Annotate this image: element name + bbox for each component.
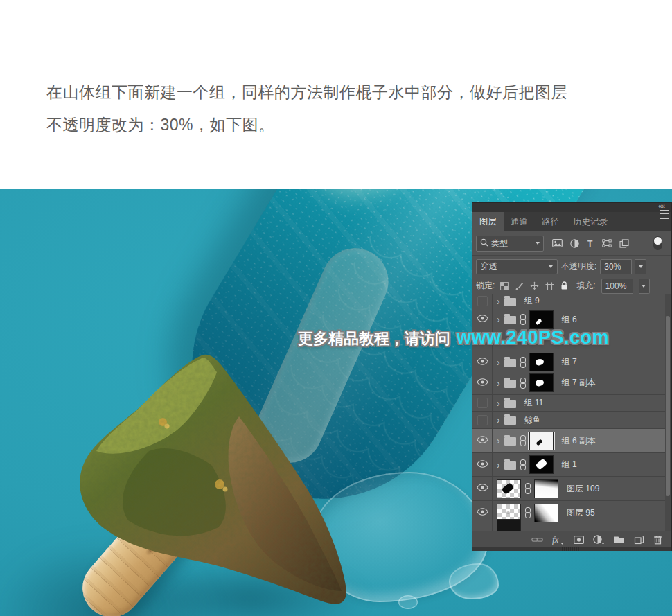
mask-link-icon — [520, 435, 526, 446]
lock-transparency-icon[interactable] — [500, 282, 509, 290]
layer-name: 组 1 — [562, 459, 577, 470]
disclosure-icon[interactable]: › — [497, 297, 500, 306]
svg-text:T: T — [587, 239, 593, 248]
disclosure-icon[interactable]: › — [497, 358, 500, 367]
lock-all-icon[interactable] — [560, 281, 568, 290]
adjustment-filter-icon[interactable] — [570, 239, 579, 248]
scrollbar-track[interactable] — [665, 294, 671, 531]
layer-row-content: ›鲸鱼 — [493, 414, 671, 426]
adjustment-layer-icon[interactable] — [593, 535, 605, 545]
add-mask-icon[interactable] — [574, 536, 584, 544]
fill-input[interactable]: 100% — [601, 279, 633, 294]
lock-artboard-icon[interactable] — [545, 282, 554, 290]
smart-object-filter-icon[interactable] — [619, 239, 629, 248]
fill-value: 100% — [605, 281, 627, 291]
layer-group-row[interactable]: ›组 11 — [472, 395, 671, 412]
watermark: 更多精品教程，请访问 www.240PS.com — [298, 327, 609, 349]
layer-mask-thumbnail[interactable] — [529, 432, 554, 450]
collapse-panel-button[interactable]: «« — [658, 202, 664, 210]
opacity-input[interactable]: 30% — [600, 259, 632, 274]
lock-position-icon[interactable] — [530, 281, 539, 290]
folder-icon — [504, 437, 516, 446]
disclosure-icon[interactable]: › — [497, 378, 500, 388]
link-layers-icon[interactable] — [531, 536, 543, 543]
panel-resize-grip[interactable] — [472, 547, 671, 551]
fill-label: 填充: — [576, 280, 595, 292]
eye-icon — [477, 484, 488, 493]
layer-group-row[interactable]: ›鲸鱼 — [472, 412, 671, 429]
chevron-down-icon — [642, 285, 646, 288]
layer-name: 组 6 — [562, 314, 577, 326]
layer-mask-thumbnail[interactable] — [534, 504, 558, 522]
filter-type-label: 类型 — [491, 238, 533, 249]
layer-group-row[interactable]: ›组 6 副本 — [472, 429, 671, 453]
mask-link-icon — [524, 507, 531, 518]
layer-group-row[interactable]: ›组 7 — [472, 353, 671, 371]
hidden-visibility-box — [477, 296, 488, 306]
filter-toggle[interactable] — [653, 236, 662, 250]
page: 在山体组下面新建一个组，同样的方法制作棍子水中部分，做好后把图层 不透明度改为：… — [0, 0, 672, 616]
eye-icon — [477, 315, 488, 324]
layer-thumbnail[interactable] — [497, 479, 521, 498]
filter-type-dropdown[interactable]: 类型 — [476, 236, 544, 252]
disclosure-icon[interactable]: › — [497, 398, 500, 408]
scrollbar-thumb[interactable] — [666, 316, 670, 496]
layer-style-icon[interactable]: fx — [552, 535, 565, 545]
tutorial-line-1: 在山体组下面新建一个组，同样的方法制作棍子水中部分，做好后把图层 — [46, 76, 635, 109]
layer-name: 图层 109 — [567, 483, 599, 495]
disclosure-icon[interactable]: › — [497, 315, 500, 324]
image-filter-icon[interactable] — [552, 239, 563, 247]
tab-layers[interactable]: 图层 — [472, 212, 504, 231]
mask-link-icon — [520, 357, 526, 368]
blend-mode-dropdown[interactable]: 穿透 — [476, 259, 558, 274]
tab-paths[interactable]: 路径 — [535, 212, 566, 231]
disclosure-icon[interactable]: › — [497, 415, 500, 425]
shape-filter-icon[interactable] — [602, 239, 612, 247]
folder-icon — [504, 461, 516, 470]
layer-mask-thumbnail[interactable] — [529, 353, 554, 371]
visibility-toggle[interactable] — [472, 353, 493, 371]
filter-icon-group: T — [552, 239, 629, 248]
layer-mask-thumbnail[interactable] — [534, 479, 558, 498]
visibility-toggle[interactable] — [472, 371, 493, 394]
layer-group-row[interactable]: ›组 1 — [472, 453, 671, 477]
disclosure-icon[interactable]: › — [497, 436, 500, 446]
tab-history[interactable]: 历史记录 — [566, 212, 614, 231]
lock-pixels-icon[interactable] — [515, 281, 524, 290]
panel-tab-bar: 图层通道路径历史记录 — [472, 212, 671, 231]
new-group-icon[interactable] — [614, 536, 625, 544]
visibility-toggle[interactable] — [472, 477, 493, 500]
layer-mask-thumbnail[interactable] — [529, 373, 554, 392]
layer-group-row[interactable]: ›组 7 副本 — [472, 371, 671, 395]
disclosure-icon[interactable]: › — [497, 460, 500, 470]
lock-icon-group — [500, 281, 568, 290]
layer-mask-thumbnail[interactable] — [529, 310, 554, 329]
visibility-toggle[interactable] — [472, 429, 493, 452]
eye-icon — [477, 508, 488, 518]
type-filter-icon[interactable]: T — [587, 239, 594, 248]
eye-icon — [477, 378, 488, 388]
tab-channels[interactable]: 通道 — [504, 212, 535, 231]
delete-layer-icon[interactable] — [653, 535, 662, 545]
layer-row[interactable]: 图层 109 — [472, 477, 671, 501]
layer-group-row[interactable]: ›组 9 — [472, 294, 671, 308]
layer-row-content: ›组 9 — [493, 295, 671, 307]
layer-row-content: ›组 7 — [493, 353, 671, 371]
visibility-toggle[interactable] — [472, 412, 493, 428]
visibility-toggle[interactable] — [472, 453, 493, 476]
visibility-toggle[interactable] — [472, 294, 493, 308]
panel-menu-icon[interactable] — [660, 210, 669, 219]
fill-dropdown-button[interactable] — [639, 279, 650, 294]
lock-label: 锁定: — [476, 280, 495, 292]
layer-mask-thumbnail[interactable] — [529, 455, 554, 474]
visibility-toggle[interactable] — [472, 525, 493, 531]
opacity-dropdown-button[interactable] — [635, 259, 646, 274]
layer-row-content — [493, 519, 671, 531]
panel-footer: fx — [472, 531, 671, 547]
hidden-visibility-box — [477, 415, 488, 425]
folder-icon — [504, 359, 516, 367]
new-layer-icon[interactable] — [634, 535, 644, 545]
visibility-toggle[interactable] — [472, 501, 493, 525]
mask-link-icon — [520, 378, 526, 389]
visibility-toggle[interactable] — [472, 395, 493, 411]
